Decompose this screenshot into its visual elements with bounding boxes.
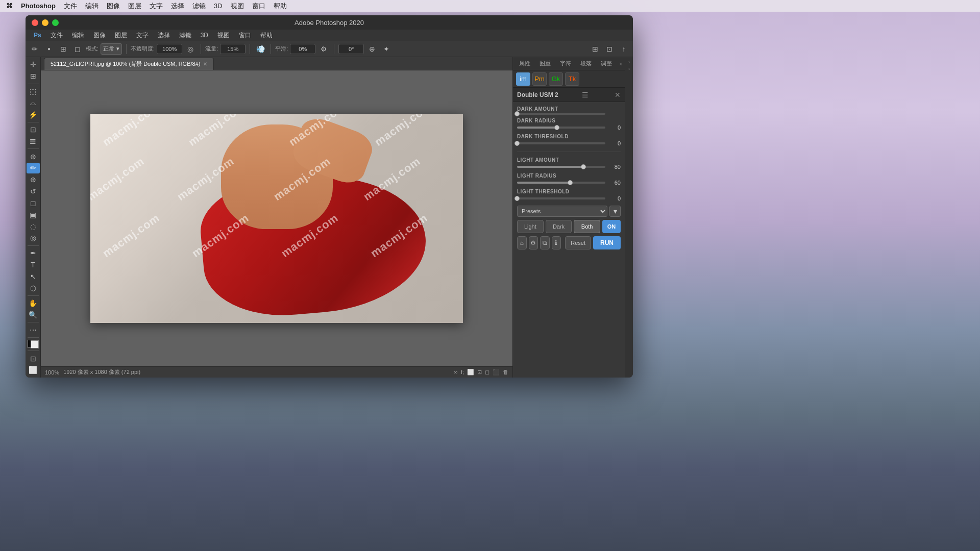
light-amount-thumb[interactable] xyxy=(581,164,586,169)
type-tool[interactable]: T xyxy=(27,259,40,270)
document-tab[interactable]: 52112_GrLfGPRT.jpg @ 100% (背景 Double USM… xyxy=(44,58,214,70)
angle-input[interactable] xyxy=(338,44,364,54)
gradient-tool[interactable]: ▣ xyxy=(27,209,40,220)
plugin-icon-1[interactable]: im xyxy=(516,72,530,86)
extra-tool[interactable]: ⋯ xyxy=(27,324,40,335)
menu-text[interactable]: 文字 xyxy=(150,2,163,11)
menu-layer[interactable]: 图层 xyxy=(128,2,141,11)
brush-size-btn[interactable]: ● xyxy=(43,43,55,55)
smoothing-input[interactable] xyxy=(290,44,315,54)
airbrush-btn[interactable]: 💨 xyxy=(254,43,266,55)
flow-input[interactable] xyxy=(220,44,246,54)
menu-3d[interactable]: 3D xyxy=(214,2,223,10)
tab-close-icon[interactable]: ✕ xyxy=(203,61,207,67)
panel-handle-2[interactable]: ‹ xyxy=(628,66,630,71)
close-button[interactable] xyxy=(32,19,38,26)
opacity-input[interactable] xyxy=(157,44,182,54)
plugin-icon-2[interactable]: Pm xyxy=(532,72,547,86)
dodge-tool[interactable]: ◎ xyxy=(27,233,40,243)
panel-tab-layers[interactable]: 图重 xyxy=(535,58,555,69)
run-button[interactable]: RUN xyxy=(593,236,621,249)
canvas[interactable]: macmj.com macmj.com macmj.com macmj.com … xyxy=(41,70,512,366)
panel-tab-paragraph[interactable]: 段落 xyxy=(576,58,596,69)
light-threshold-track[interactable] xyxy=(517,197,605,199)
ps-menu-3d[interactable]: 3D xyxy=(197,31,212,40)
usm-close-icon[interactable]: ✕ xyxy=(615,91,621,99)
dark-amount-thumb[interactable] xyxy=(514,111,520,116)
dark-radius-thumb[interactable] xyxy=(554,125,559,130)
light-amount-track[interactable] xyxy=(517,166,605,168)
dark-radius-track[interactable] xyxy=(517,127,605,129)
menu-edit[interactable]: 编辑 xyxy=(85,2,99,11)
artboard-tool[interactable]: ⊞ xyxy=(27,71,40,82)
dark-threshold-thumb[interactable] xyxy=(514,141,520,146)
clone-tool[interactable]: ⊕ xyxy=(27,174,40,185)
menu-filter[interactable]: 滤镜 xyxy=(192,2,206,11)
menu-help[interactable]: 帮助 xyxy=(274,2,287,11)
workspace-btn[interactable]: ⊡ xyxy=(603,43,616,55)
brush-shape-btn[interactable]: ◻ xyxy=(71,43,84,55)
panel-collapse-btn[interactable]: » xyxy=(619,60,623,67)
menu-image[interactable]: 图像 xyxy=(107,2,120,11)
ps-app-logo[interactable]: Ps xyxy=(30,31,45,40)
on-toggle-button[interactable]: ON xyxy=(602,220,621,233)
background-color[interactable] xyxy=(31,340,39,348)
light-radius-track[interactable] xyxy=(517,182,605,184)
arrange-windows-btn[interactable]: ⊞ xyxy=(589,43,601,55)
smoothing-settings[interactable]: ⚙ xyxy=(317,43,330,55)
ps-menu-window[interactable]: 窗口 xyxy=(235,30,255,41)
panel-tab-character[interactable]: 字符 xyxy=(556,58,575,69)
history-brush[interactable]: ↺ xyxy=(27,186,40,197)
info-icon-btn[interactable]: ℹ xyxy=(552,236,561,249)
dark-amount-track[interactable] xyxy=(517,113,605,115)
maximize-button[interactable] xyxy=(52,19,59,26)
ps-menu-help[interactable]: 帮助 xyxy=(256,30,277,41)
ps-menu-view[interactable]: 视图 xyxy=(213,30,234,41)
pen-tool[interactable]: ✒ xyxy=(27,248,40,259)
plugin-icon-3[interactable]: Gk xyxy=(549,72,563,86)
dark-mode-button[interactable]: Dark xyxy=(546,220,572,233)
brush-tool[interactable]: ✏ xyxy=(27,163,40,173)
ps-menu-filter[interactable]: 滤镜 xyxy=(175,30,195,41)
ps-menu-select[interactable]: 选择 xyxy=(154,30,174,41)
minimize-button[interactable] xyxy=(42,19,48,26)
eyedropper-tool[interactable]: 𝌆 xyxy=(27,136,40,147)
brush-tool-btn[interactable]: ✏ xyxy=(29,43,41,55)
both-mode-button[interactable]: Both xyxy=(574,220,600,233)
menu-select[interactable]: 选择 xyxy=(171,2,184,11)
eraser-tool[interactable]: ◻ xyxy=(27,198,40,209)
path-select-tool[interactable]: ↖ xyxy=(27,271,40,282)
panel-tab-adjustments[interactable]: 调整 xyxy=(597,58,616,69)
stylus-btn[interactable]: ✦ xyxy=(380,43,393,55)
spot-heal-tool[interactable]: ⊕ xyxy=(27,151,40,162)
mode-dropdown[interactable]: 正常 ▾ xyxy=(101,43,122,55)
quick-select-tool[interactable]: ⚡ xyxy=(27,109,40,120)
light-radius-thumb[interactable] xyxy=(568,180,573,185)
ps-menu-edit[interactable]: 编辑 xyxy=(68,30,88,41)
pressure-btn[interactable]: ⊕ xyxy=(366,43,378,55)
gear-icon-btn[interactable]: ⚙ xyxy=(529,236,538,249)
home-icon-btn[interactable]: ⌂ xyxy=(517,236,527,249)
reset-button[interactable]: Reset xyxy=(565,236,591,249)
copy-icon-btn[interactable]: ⧉ xyxy=(540,236,550,249)
light-mode-button[interactable]: Light xyxy=(517,220,544,233)
ps-menu-image[interactable]: 图像 xyxy=(89,30,110,41)
menu-window[interactable]: 窗口 xyxy=(252,2,265,11)
brush-preset-btn[interactable]: ⊞ xyxy=(57,43,69,55)
light-threshold-thumb[interactable] xyxy=(514,196,520,201)
lasso-tool[interactable]: ⌓ xyxy=(27,97,40,108)
marquee-tool[interactable]: ⬚ xyxy=(27,86,40,96)
app-name[interactable]: Photoshop xyxy=(21,2,56,10)
color-swatch[interactable] xyxy=(28,340,39,349)
move-tool[interactable]: ✛ xyxy=(27,59,40,70)
ps-menu-file[interactable]: 文件 xyxy=(46,30,67,41)
blur-tool[interactable]: ◌ xyxy=(27,221,40,232)
usm-menu-icon[interactable]: ☰ xyxy=(582,91,589,99)
plugin-icon-4[interactable]: Tk xyxy=(565,72,579,86)
dark-threshold-track[interactable] xyxy=(517,142,605,144)
menu-file[interactable]: 文件 xyxy=(64,2,77,11)
presets-dropdown[interactable]: Presets xyxy=(517,206,607,217)
ps-menu-text[interactable]: 文字 xyxy=(132,30,153,41)
opacity-toggle[interactable]: ◎ xyxy=(184,43,197,55)
ps-menu-layer[interactable]: 图层 xyxy=(111,30,131,41)
